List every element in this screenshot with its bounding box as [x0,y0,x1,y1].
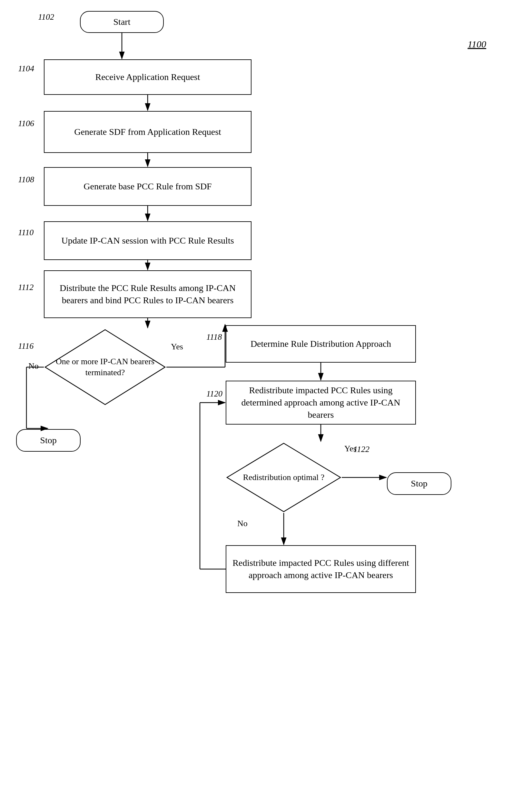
label-1120: 1120 [206,389,222,399]
diamond-1116: One or more IP-CAN bearers terminated? [44,328,167,406]
figure-number: 1100 [468,39,486,50]
node-1110: Update IP-CAN session with PCC Rule Resu… [44,221,251,260]
node-1106: Generate SDF from Application Request [44,111,251,153]
stop-node-2: Stop [387,472,451,495]
label-1104: 1104 [18,64,34,74]
label-1112: 1112 [18,283,33,292]
node-1124: Redistribute impacted PCC Rules using di… [226,545,416,593]
label-1116: 1116 [18,341,33,351]
no-label-1122: No [237,519,248,528]
label-1102: 1102 [38,12,54,22]
label-1110: 1110 [18,228,33,237]
yes-label-1122: Yes [344,444,357,454]
label-1106: 1106 [18,119,34,128]
node-1118: Determine Rule Distribution Approach [226,325,416,362]
node-1112: Distribute the PCC Rule Results among IP… [44,270,251,318]
node-1120: Redistribute impacted PCC Rules using de… [226,381,416,425]
node-1108: Generate base PCC Rule from SDF [44,167,251,206]
no-label-1116: No [28,361,39,371]
start-node: Start [80,11,164,33]
node-1104: Receive Application Request [44,59,251,95]
yes-label-1116: Yes [171,342,183,352]
label-1108: 1108 [18,175,34,184]
diamond-1122: Redistribution optimal ? [226,442,342,513]
label-1118: 1118 [206,332,222,342]
diagram: 1100 1102 Start 1104 Receive Application… [0,0,512,812]
stop-node-1: Stop [16,429,81,452]
